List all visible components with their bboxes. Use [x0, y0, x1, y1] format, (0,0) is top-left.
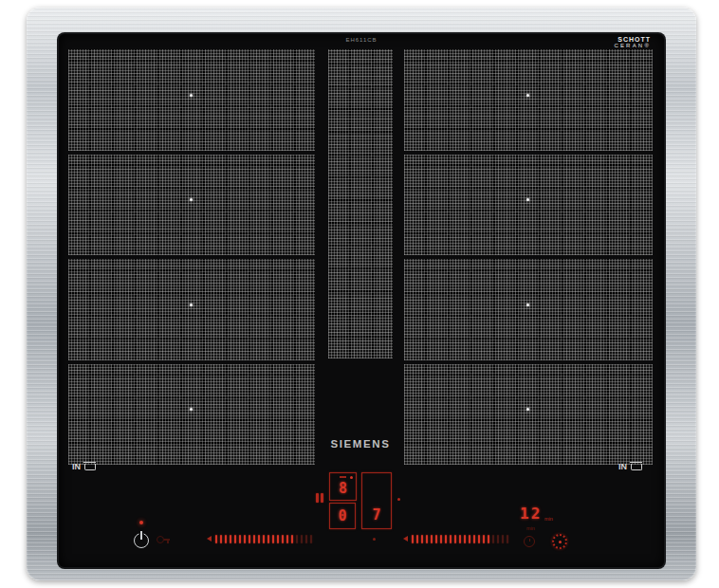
- cooktop-product-photo: EH611CB SCHOTT CERAN® SIEMENS IN: [0, 0, 719, 588]
- zone-center-dot: [526, 198, 529, 201]
- cook-zone-left-3: [68, 259, 315, 360]
- slider-segment[interactable]: [473, 535, 475, 543]
- brand-area: SIEMENS: [328, 358, 393, 465]
- timer-unit-label: min: [544, 516, 553, 522]
- zone-level-display-right: 7: [362, 506, 391, 524]
- zone-center-dot: [190, 303, 193, 306]
- slider-segment[interactable]: [220, 535, 222, 543]
- key-tooth: [167, 541, 169, 543]
- pause-bar: [321, 493, 323, 503]
- slider-segment[interactable]: [454, 535, 456, 543]
- induction-mark-right: IN: [618, 462, 642, 471]
- slider-segment[interactable]: [239, 535, 241, 543]
- cook-zone-right-2: [404, 155, 653, 256]
- slider-segment[interactable]: [215, 535, 217, 543]
- power-on-indicator-led: [139, 521, 143, 524]
- slider-segment[interactable]: [497, 535, 499, 543]
- siemens-logo: SIEMENS: [328, 438, 393, 450]
- in-label-right: IN: [618, 462, 627, 471]
- zone-level-display-bottom: 0: [330, 507, 355, 524]
- pan-icon: [84, 464, 96, 470]
- slider-segment[interactable]: [291, 535, 293, 543]
- cook-zone-left-2: [68, 155, 315, 256]
- schott-logo-line2: CERAN®: [614, 43, 651, 49]
- slider-segment[interactable]: [492, 535, 494, 543]
- slider-segment[interactable]: [277, 535, 279, 543]
- slider-segment[interactable]: [435, 535, 437, 543]
- slider-segment[interactable]: [249, 535, 250, 543]
- slider-segment[interactable]: [244, 535, 246, 543]
- slider-segment[interactable]: [445, 535, 447, 543]
- slider-segment[interactable]: [421, 535, 423, 543]
- model-code-print: EH611CB: [59, 37, 664, 43]
- power-slider-left[interactable]: [207, 533, 312, 544]
- zone-active-dot: [350, 476, 353, 479]
- slider-segment[interactable]: [416, 535, 418, 543]
- slider-segment[interactable]: [296, 535, 298, 543]
- slider-segment[interactable]: [230, 535, 231, 543]
- slider-segment[interactable]: [459, 535, 461, 543]
- slider-segment[interactable]: [502, 535, 504, 543]
- slider-segment[interactable]: [225, 535, 227, 543]
- slider-segment[interactable]: [286, 535, 288, 543]
- zone-select-right[interactable]: 7: [361, 472, 392, 529]
- zone-indicator-dot: [397, 498, 400, 501]
- slider-indicator-dot: [373, 538, 376, 541]
- clock-timer-icon[interactable]: [524, 536, 535, 547]
- slider-segment[interactable]: [431, 535, 433, 543]
- zone-center-dot: [190, 408, 193, 411]
- cook-zone-left-4: [68, 364, 315, 466]
- roaster-indicator: [340, 476, 346, 478]
- power-slider-right[interactable]: [403, 533, 508, 544]
- slider-segment[interactable]: [263, 535, 265, 543]
- pan-icon: [631, 464, 642, 470]
- cook-zone-middle-strip: [328, 49, 393, 358]
- zone-select-top-left[interactable]: 8: [329, 472, 357, 501]
- slider-segment[interactable]: [253, 535, 255, 543]
- timer-unit-label-secondary: min: [526, 525, 535, 531]
- slider-segment[interactable]: [483, 535, 485, 543]
- zone-center-dot: [526, 94, 529, 97]
- induction-mark-left: IN: [72, 462, 96, 471]
- schott-logo-line1: SCHOTT: [614, 36, 651, 43]
- slider-segment[interactable]: [412, 535, 414, 543]
- slider-segment[interactable]: [440, 535, 442, 543]
- slider-segment[interactable]: [305, 535, 307, 543]
- slider-segment[interactable]: [450, 535, 452, 543]
- pause-move-icon: [316, 493, 323, 503]
- zone-center-dot: [190, 94, 193, 97]
- slider-segment[interactable]: [301, 535, 303, 543]
- zone-center-dot: [190, 198, 193, 201]
- key-bow: [157, 536, 164, 543]
- zone-level-display-top: 8: [330, 480, 356, 497]
- cook-zone-right-3: [404, 259, 653, 360]
- slider-segment[interactable]: [464, 535, 466, 543]
- child-lock-key-icon[interactable]: [157, 534, 170, 545]
- slider-segment[interactable]: [488, 535, 489, 543]
- zone-center-dot: [526, 408, 529, 411]
- in-label-left: IN: [72, 462, 81, 471]
- schott-ceran-logo: SCHOTT CERAN®: [614, 36, 651, 49]
- zone-center-dot: [526, 303, 529, 306]
- slider-segment[interactable]: [258, 535, 260, 543]
- ceramic-glass-surface: EH611CB SCHOTT CERAN® SIEMENS IN: [59, 34, 664, 567]
- kitchen-timer-icon[interactable]: [552, 534, 567, 549]
- slider-segment[interactable]: [478, 535, 480, 543]
- cook-panel-left: [68, 49, 315, 465]
- cook-zone-left-1: [68, 49, 315, 151]
- cook-panel-right: [404, 49, 653, 465]
- power-button[interactable]: [134, 533, 149, 548]
- slider-segment[interactable]: [507, 535, 508, 543]
- cook-zone-right-1: [404, 49, 653, 151]
- slider-segment[interactable]: [234, 535, 236, 543]
- timer-display: 12: [520, 505, 542, 523]
- slider-segment[interactable]: [469, 535, 470, 543]
- slider-segment[interactable]: [267, 535, 269, 543]
- cook-zone-right-4: [404, 364, 653, 466]
- slider-segment[interactable]: [426, 535, 428, 543]
- slider-segment[interactable]: [310, 535, 312, 543]
- slider-segment[interactable]: [282, 535, 284, 543]
- slider-segment[interactable]: [272, 535, 274, 543]
- zone-select-bottom-left[interactable]: 0: [329, 503, 356, 529]
- pause-bar: [316, 493, 319, 503]
